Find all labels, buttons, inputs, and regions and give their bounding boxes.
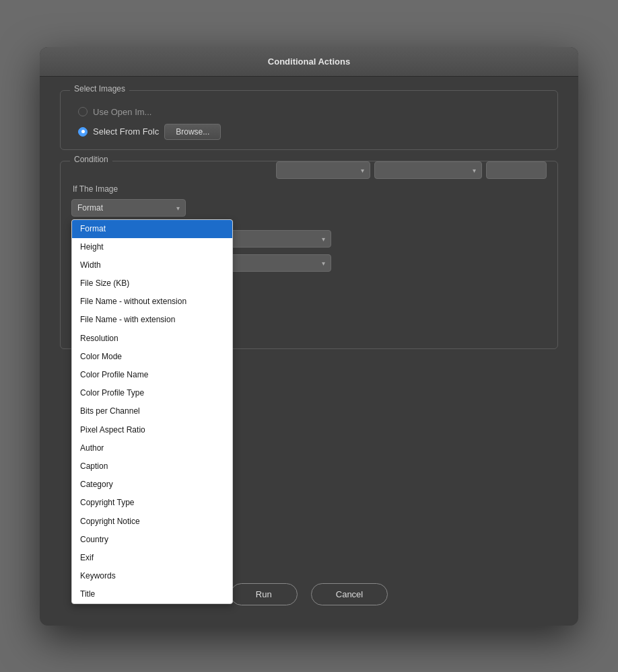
- dropdown-item-filesize[interactable]: File Size (KB): [72, 274, 232, 293]
- dropdown-item-format[interactable]: Format: [72, 220, 232, 238]
- format-dropdown-btn[interactable]: Format: [71, 199, 186, 217]
- condition-operator-btn[interactable]: [276, 161, 370, 179]
- dialog-titlebar: Conditional Actions: [40, 47, 578, 77]
- dropdown-item-color-profile-type[interactable]: Color Profile Type: [72, 384, 232, 402]
- dropdown-item-height[interactable]: Height: [72, 238, 232, 256]
- format-dropdown-wrapper: Format Format Height Width File Size (KB…: [71, 199, 186, 219]
- select-images-section: Select Images Use Open Im... Select From…: [60, 90, 558, 150]
- condition-section: Condition If The Image Format: [60, 161, 558, 349]
- dropdown-item-title[interactable]: Title: [72, 585, 232, 603]
- dropdown-item-color-mode[interactable]: Color Mode: [72, 348, 232, 366]
- dropdown-item-bits-per-channel[interactable]: Bits per Channel: [72, 402, 232, 420]
- dialog: Conditional Actions Select Images Use Op…: [40, 47, 578, 626]
- if-the-image-label: If The Image: [71, 184, 547, 194]
- condition-value-dropdown[interactable]: [374, 161, 482, 179]
- use-open-label: Use Open Im...: [93, 107, 151, 117]
- dropdown-item-pixel-aspect[interactable]: Pixel Aspect Ratio: [72, 421, 232, 439]
- condition-text-input[interactable]: [486, 161, 547, 179]
- dropdown-item-width[interactable]: Width: [72, 256, 232, 274]
- select-images-content: Use Open Im... Select From Folc Browse..…: [71, 100, 547, 140]
- condition-operator-dropdown[interactable]: [276, 161, 370, 179]
- cancel-button[interactable]: Cancel: [311, 583, 388, 605]
- dialog-title: Conditional Actions: [268, 57, 350, 67]
- dropdown-item-author[interactable]: Author: [72, 439, 232, 457]
- format-dropdown[interactable]: Format: [71, 199, 186, 217]
- dropdown-item-category[interactable]: Category: [72, 476, 232, 494]
- select-folder-radio[interactable]: [78, 127, 88, 137]
- condition-value-btn[interactable]: [374, 161, 482, 179]
- dropdown-list: Format Height Width File Size (KB) File …: [71, 219, 233, 605]
- select-folder-row: Select From Folc Browse...: [78, 124, 547, 140]
- dropdown-item-filename-with-ext[interactable]: File Name - with extension: [72, 311, 232, 329]
- dropdown-item-caption[interactable]: Caption: [72, 457, 232, 476]
- dropdown-item-exif[interactable]: Exif: [72, 549, 232, 567]
- use-open-radio[interactable]: [78, 107, 88, 116]
- extra-dropdowns: [276, 161, 547, 179]
- dropdown-item-filename-no-ext[interactable]: File Name - without extension: [72, 293, 232, 311]
- dropdown-item-keywords[interactable]: Keywords: [72, 567, 232, 585]
- select-folder-label: Select From Folc: [93, 126, 159, 137]
- select-images-label: Select Images: [70, 84, 129, 94]
- dropdown-item-color-profile-name[interactable]: Color Profile Name: [72, 366, 232, 384]
- dropdown-item-copyright-type[interactable]: Copyright Type: [72, 494, 232, 512]
- condition-content: If The Image Format Format: [71, 171, 547, 272]
- condition-row: Format Format Height Width File Size (KB…: [71, 199, 547, 219]
- use-open-image-row: Use Open Im...: [78, 107, 547, 117]
- dialog-body: Select Images Use Open Im... Select From…: [40, 77, 578, 570]
- format-dropdown-value: Format: [77, 203, 103, 213]
- run-button[interactable]: Run: [230, 583, 298, 605]
- dropdown-item-resolution[interactable]: Resolution: [72, 330, 232, 348]
- browse-button[interactable]: Browse...: [164, 124, 221, 140]
- dropdown-item-country[interactable]: Country: [72, 531, 232, 549]
- dropdown-item-copyright-notice[interactable]: Copyright Notice: [72, 513, 232, 531]
- condition-label: Condition: [70, 155, 112, 164]
